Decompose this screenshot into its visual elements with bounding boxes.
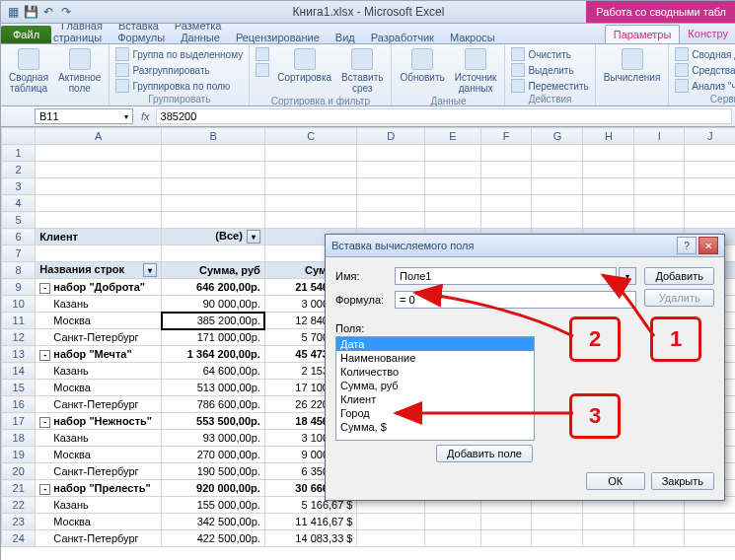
cell[interactable]: 422 500,00р. <box>162 530 265 547</box>
pivot-chart[interactable]: Сводная диаграмм <box>675 46 735 62</box>
cell[interactable] <box>583 162 634 178</box>
column-header[interactable]: E <box>424 128 480 145</box>
row-header[interactable]: 22 <box>2 497 36 514</box>
cell[interactable] <box>162 245 265 262</box>
cell[interactable] <box>424 530 480 547</box>
olap-tools[interactable]: Средства OLAP <box>675 62 735 78</box>
tab-params[interactable]: Параметры <box>605 25 681 43</box>
cell[interactable] <box>264 145 357 162</box>
cell[interactable]: 14 083,33 $ <box>264 530 357 547</box>
cell[interactable] <box>357 195 425 212</box>
cell[interactable] <box>532 195 583 212</box>
cell[interactable]: Казань <box>36 430 162 447</box>
column-header[interactable]: D <box>357 128 425 145</box>
cell[interactable] <box>685 530 735 547</box>
cell[interactable]: 1 364 200,00р. <box>162 346 265 363</box>
cell[interactable] <box>583 212 634 229</box>
cell[interactable]: Казань <box>36 497 162 514</box>
cell[interactable]: 513 000,00р. <box>162 380 265 396</box>
row-header[interactable]: 1 <box>2 145 36 162</box>
column-header[interactable]: F <box>480 128 532 145</box>
cell[interactable] <box>357 178 425 195</box>
cell[interactable] <box>480 162 532 178</box>
cell[interactable] <box>583 195 634 212</box>
cell[interactable] <box>357 145 425 162</box>
active-field-button[interactable]: Активное поле <box>56 46 103 96</box>
cell[interactable] <box>424 514 480 530</box>
cell[interactable] <box>424 145 480 162</box>
column-header[interactable]: A <box>36 128 162 145</box>
row-header[interactable]: 3 <box>2 178 36 195</box>
cell[interactable] <box>583 178 634 195</box>
cell[interactable]: Москва <box>36 514 162 530</box>
filter-dropdown-icon[interactable]: ▾ <box>247 230 260 244</box>
cell[interactable] <box>424 178 480 195</box>
cell[interactable]: -набор "Прелесть" <box>36 480 162 497</box>
row-header[interactable]: 14 <box>2 363 36 380</box>
cell[interactable] <box>634 162 685 178</box>
tab-file[interactable]: Файл <box>1 26 51 43</box>
fx-icon[interactable]: fx <box>141 110 150 122</box>
cell[interactable]: 171 000,00р. <box>162 329 265 346</box>
pivot-table-button[interactable]: Сводная таблица <box>7 46 50 96</box>
row-header[interactable]: 5 <box>2 212 36 229</box>
cell[interactable] <box>264 178 357 195</box>
select[interactable]: Выделить <box>511 62 588 78</box>
group-selection[interactable]: Группа по выделенному <box>115 46 243 62</box>
cell[interactable] <box>424 162 480 178</box>
field-item[interactable]: Клиент <box>336 392 534 406</box>
cell[interactable]: 646 200,00р. <box>162 279 265 296</box>
cell[interactable]: Сумма, руб <box>162 262 265 279</box>
name-input[interactable] <box>395 267 617 285</box>
column-header[interactable]: C <box>264 128 357 145</box>
cell[interactable] <box>685 212 735 229</box>
column-header[interactable]: I <box>634 128 685 145</box>
cell[interactable] <box>685 178 735 195</box>
field-item[interactable]: Дата <box>336 337 534 351</box>
save-icon[interactable]: 💾 <box>23 4 38 20</box>
sort-button[interactable]: Сортировка <box>275 46 333 85</box>
cell[interactable] <box>634 530 685 547</box>
cell[interactable] <box>583 514 634 530</box>
cell[interactable]: Санкт-Петербург <box>36 463 162 480</box>
cell[interactable]: 93 000,00р. <box>162 430 265 447</box>
cell[interactable] <box>634 195 685 212</box>
cell[interactable]: 920 000,00р. <box>162 480 265 497</box>
column-header[interactable]: B <box>162 128 265 145</box>
cell[interactable]: 90 000,00р. <box>162 296 265 313</box>
cell[interactable] <box>532 212 583 229</box>
cell[interactable] <box>424 212 480 229</box>
row-header[interactable]: 13 <box>2 346 36 363</box>
cell[interactable] <box>583 145 634 162</box>
row-header[interactable]: 9 <box>2 279 36 296</box>
cell[interactable] <box>36 195 162 212</box>
field-item[interactable]: Количество <box>336 365 534 379</box>
cell[interactable]: 190 500,00р. <box>162 463 265 480</box>
dialog-close-button[interactable]: ✕ <box>698 237 718 254</box>
cell[interactable]: 342 500,00р. <box>162 514 265 530</box>
row-header[interactable]: 10 <box>2 296 36 313</box>
cell[interactable] <box>264 195 357 212</box>
cell[interactable]: 385 200,00р. <box>162 313 265 329</box>
insert-slicer[interactable]: Вставить срез <box>339 46 385 96</box>
cell[interactable] <box>634 178 685 195</box>
what-if[interactable]: Анализ "что если" <box>675 78 735 94</box>
cell[interactable]: -набор "Мечта" <box>36 346 162 363</box>
cell[interactable]: 786 600,00р. <box>162 396 265 413</box>
cell[interactable] <box>532 530 583 547</box>
ok-button[interactable]: ОК <box>586 472 645 490</box>
cell[interactable] <box>480 212 532 229</box>
cell[interactable] <box>357 514 425 530</box>
cell[interactable] <box>162 162 265 178</box>
cell[interactable]: Санкт-Петербург <box>36 329 162 346</box>
add-button[interactable]: Добавить <box>644 267 714 285</box>
cell[interactable] <box>36 245 162 262</box>
row-header[interactable]: 23 <box>2 514 36 530</box>
move[interactable]: Переместить <box>511 78 588 94</box>
clear[interactable]: Очистить <box>511 46 588 62</box>
fields-listbox[interactable]: ДатаНаименованиеКоличествоСумма, рубКлие… <box>335 336 535 441</box>
close-button[interactable]: Закрыть <box>651 472 714 490</box>
group-field[interactable]: Группировка по полю <box>115 78 243 94</box>
cell[interactable] <box>357 162 425 178</box>
row-header[interactable]: 16 <box>2 396 36 413</box>
